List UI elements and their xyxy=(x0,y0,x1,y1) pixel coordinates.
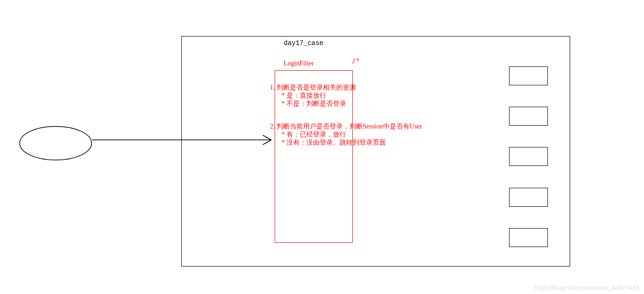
svg-line-2 xyxy=(263,135,271,140)
resource-box-2 xyxy=(509,107,548,126)
resource-box-1 xyxy=(509,66,548,85)
filter-title: LoginFilter xyxy=(284,60,314,67)
filter-pattern: /* xyxy=(352,58,360,65)
resource-box-4 xyxy=(509,188,548,207)
resource-box-5 xyxy=(509,228,548,247)
svg-line-3 xyxy=(263,140,271,145)
arrow-icon xyxy=(92,133,275,147)
step-1-text: 1. 判断是否是登录相关的资源 * 是：直接放行 * 不是：判断是否登录 xyxy=(270,83,356,108)
step-2-text: 2. 判断当前用户是否登录，判断Session中是否有User * 有：已经登录… xyxy=(270,122,422,147)
watermark-text: https://blog.csdn.net/weixin_44827418 xyxy=(535,284,639,291)
client-ellipse-icon xyxy=(19,126,92,161)
project-title: day17_case xyxy=(284,39,323,47)
resource-box-3 xyxy=(509,147,548,166)
svg-point-0 xyxy=(20,127,92,160)
diagram-canvas: day17_case LoginFilter /* 1. 判断是否是登录相关的资… xyxy=(0,0,644,294)
